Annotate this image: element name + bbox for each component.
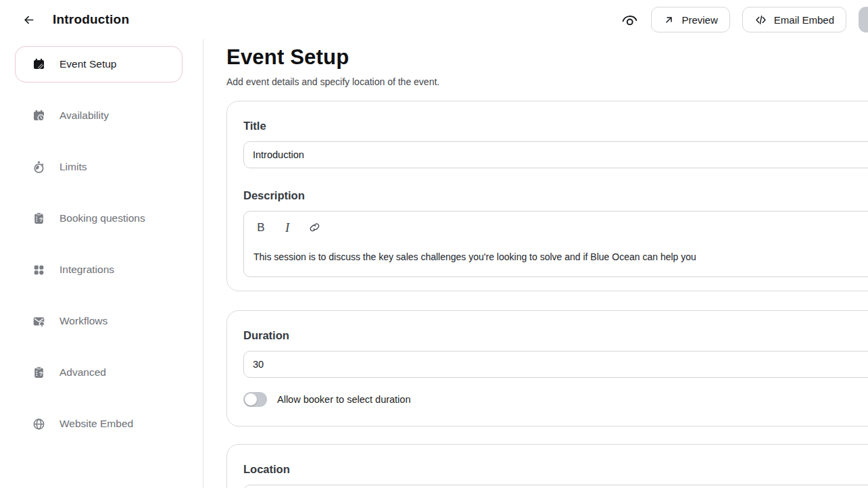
page-title: Introduction <box>53 12 129 27</box>
clipboard-question-icon: ? <box>32 366 45 379</box>
calendar-edit-icon <box>32 58 45 71</box>
description-editor[interactable]: B I This session is to discuss the key s… <box>243 211 868 277</box>
duration-label: Duration <box>243 328 868 343</box>
visibility-toggle-button[interactable] <box>620 10 639 29</box>
header-actions: Preview Email Embed <box>620 7 868 32</box>
sidebar-item-label: Advanced <box>59 366 106 379</box>
sidebar-item-label: Availability <box>59 109 109 122</box>
save-button-cutoff[interactable] <box>859 7 868 32</box>
sidebar-item-integrations[interactable]: Integrations <box>15 251 183 288</box>
stopwatch-icon <box>32 161 45 174</box>
clipboard-question-icon: ? <box>32 212 45 225</box>
editor-toolbar: B I <box>254 220 868 235</box>
duration-toggle-label: Allow booker to select duration <box>277 394 410 405</box>
preview-button[interactable]: Preview <box>651 7 729 32</box>
sidebar-item-availability[interactable]: Availability <box>15 97 183 134</box>
sidebar-item-label: Event Setup <box>59 58 116 70</box>
preview-button-label: Preview <box>681 14 717 26</box>
sidebar-item-label: Booking questions <box>59 212 145 224</box>
location-label: Location <box>243 462 868 477</box>
sidebar-item-event-setup[interactable]: Event Setup <box>15 46 183 82</box>
mail-bell-icon <box>32 315 45 328</box>
svg-text:?: ? <box>39 370 43 376</box>
toggle-knob <box>245 393 257 406</box>
sidebar-item-label: Website Embed <box>59 418 133 430</box>
bold-icon[interactable]: B <box>256 220 266 235</box>
title-label: Title <box>243 119 868 133</box>
sidebar-item-label: Workflows <box>59 315 107 327</box>
arrow-left-icon <box>22 13 36 27</box>
svg-text:?: ? <box>39 216 43 222</box>
sidebar-item-label: Integrations <box>59 264 114 276</box>
email-embed-button[interactable]: Email Embed <box>742 7 846 32</box>
eye-icon <box>621 11 639 29</box>
description-label: Description <box>243 189 868 203</box>
duration-toggle-row: Allow booker to select duration <box>243 392 868 407</box>
main-content: Event Setup Add event details and specif… <box>203 39 868 488</box>
header: Introduction Preview <box>0 0 868 39</box>
section-heading: Event Setup <box>226 45 868 70</box>
email-embed-button-label: Email Embed <box>774 14 834 26</box>
location-input[interactable] <box>243 485 868 488</box>
allow-booker-duration-toggle[interactable] <box>243 392 267 407</box>
globe-icon <box>32 418 45 431</box>
duration-card: Duration Allow booker to select duration <box>226 310 868 426</box>
link-icon[interactable] <box>309 220 322 235</box>
sidebar-item-advanced[interactable]: ? Advanced <box>15 354 183 391</box>
duration-input[interactable] <box>243 351 868 378</box>
sidebar-item-booking-questions[interactable]: ? Booking questions <box>15 200 183 237</box>
italic-icon[interactable]: I <box>283 220 292 235</box>
section-subheading: Add event details and specify location o… <box>226 76 868 87</box>
arrow-up-right-icon <box>663 14 675 26</box>
event-details-card: Title Description B I This session is to… <box>226 101 868 291</box>
location-card: Location <box>226 444 868 488</box>
grid-apps-icon <box>32 264 45 276</box>
sidebar-item-label: Limits <box>59 161 87 173</box>
content-layout: Event Setup Availability <box>0 39 868 488</box>
title-input[interactable] <box>243 141 868 168</box>
sidebar-item-workflows[interactable]: Workflows <box>15 303 183 339</box>
back-button[interactable] <box>20 11 37 28</box>
sidebar-item-limits[interactable]: Limits <box>15 149 183 185</box>
code-brackets-icon <box>754 14 767 26</box>
sidebar-item-website-embed[interactable]: Website Embed <box>15 406 183 442</box>
sidebar: Event Setup Availability <box>0 39 203 488</box>
calendar-clock-icon <box>32 109 45 122</box>
description-text[interactable]: This session is to discuss the key sales… <box>254 251 868 264</box>
